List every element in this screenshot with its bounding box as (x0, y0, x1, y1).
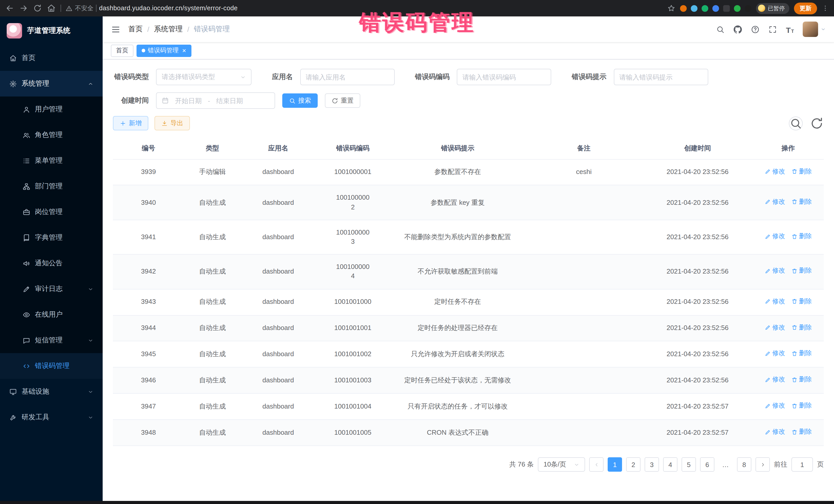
delete-link[interactable]: 删除 (791, 297, 812, 306)
sidebar-item-sms[interactable]: 短信管理 (0, 327, 103, 353)
pager-page-4[interactable]: 4 (663, 457, 678, 472)
browser-back-button[interactable] (5, 4, 14, 13)
sidebar-item-audit-log[interactable]: 审计日志 (0, 276, 103, 302)
edit-link[interactable]: 修改 (765, 267, 785, 276)
page-size-select[interactable]: 10条/页 (538, 457, 585, 472)
cell-memo (525, 341, 642, 368)
sidebar-item-error-code[interactable]: 错误码管理 (0, 353, 103, 379)
fullscreen-icon[interactable] (769, 25, 777, 34)
date-range-picker[interactable]: - (156, 92, 275, 109)
browser-update-button[interactable]: 更新 (794, 2, 817, 14)
edit-link[interactable]: 修改 (765, 349, 785, 358)
delete-link[interactable]: 删除 (791, 349, 812, 358)
cell-code: 1001001000 (315, 289, 390, 315)
delete-link[interactable]: 删除 (791, 232, 812, 241)
pager-ellipsis[interactable]: … (719, 457, 733, 472)
delete-link[interactable]: 删除 (791, 375, 812, 385)
edit-link[interactable]: 修改 (765, 297, 785, 306)
search-icon[interactable] (716, 25, 725, 34)
delete-link[interactable]: 删除 (791, 428, 812, 437)
sidebar-item-post[interactable]: 岗位管理 (0, 199, 103, 225)
extension-icon-5[interactable] (723, 5, 730, 12)
extension-icons (680, 5, 751, 12)
delete-link[interactable]: 删除 (791, 267, 812, 276)
edit-link[interactable]: 修改 (765, 323, 785, 332)
extension-icon-3[interactable] (702, 5, 708, 12)
extension-icon-1[interactable] (680, 5, 687, 12)
sidebar-item-menu[interactable]: 菜单管理 (0, 148, 103, 174)
pager-page-2[interactable]: 2 (626, 457, 640, 472)
goto-page-input[interactable] (791, 457, 813, 472)
error-code-input[interactable] (462, 73, 546, 81)
delete-link[interactable]: 删除 (791, 167, 812, 176)
bookmark-star-icon[interactable] (667, 4, 675, 12)
add-button[interactable]: 新增 (113, 116, 148, 130)
trash-icon (791, 199, 797, 205)
browser-reload-button[interactable] (33, 4, 42, 13)
sidebar-item-home[interactable]: 首页 (0, 45, 103, 71)
sidebar-item-system[interactable]: 系统管理 (0, 71, 103, 96)
help-icon[interactable] (751, 25, 760, 34)
breadcrumb-item[interactable]: 系统管理 (154, 25, 183, 34)
browser-forward-button[interactable] (19, 4, 28, 13)
pager-prev-button[interactable] (589, 457, 603, 472)
export-button[interactable]: 导出 (154, 116, 190, 130)
tab-error-code[interactable]: 错误码管理× (136, 44, 191, 57)
refresh-table-button[interactable] (810, 116, 824, 130)
toggle-search-button[interactable] (789, 116, 803, 130)
error-hint-input[interactable] (619, 73, 702, 81)
pager-page-8[interactable]: 8 (737, 457, 751, 472)
sidebar-item-infra[interactable]: 基础设施 (0, 379, 103, 404)
delete-link[interactable]: 删除 (791, 401, 812, 411)
breadcrumb-item[interactable]: 首页 (128, 25, 143, 34)
font-size-icon[interactable]: TT (786, 25, 794, 34)
tab-home[interactable]: 首页 (111, 44, 133, 57)
user-menu[interactable] (803, 22, 826, 37)
edit-link[interactable]: 修改 (765, 167, 785, 176)
pager-next-button[interactable] (755, 457, 770, 472)
extension-icon-2[interactable] (691, 5, 698, 12)
sidebar-item-dict[interactable]: 字典管理 (0, 225, 103, 250)
sidebar-item-dept[interactable]: 部门管理 (0, 174, 103, 199)
pager-page-3[interactable]: 3 (644, 457, 659, 472)
start-date-input[interactable] (172, 97, 204, 105)
extension-icon-4[interactable] (712, 5, 719, 12)
breadcrumb-item[interactable]: 错误码管理 (194, 25, 230, 34)
reset-button[interactable]: 重置 (325, 93, 360, 108)
sidebar-item-user[interactable]: 用户管理 (0, 96, 103, 122)
github-icon[interactable] (734, 25, 742, 34)
browser-menu-icon[interactable] (822, 5, 829, 12)
cell-time: 2021-04-20 23:52:56 (642, 220, 753, 255)
delete-link[interactable]: 删除 (791, 323, 812, 332)
sidebar-item-dev-tool[interactable]: 研发工具 (0, 404, 103, 430)
edit-link[interactable]: 修改 (765, 375, 785, 385)
app-name-input[interactable] (306, 73, 389, 81)
delete-link[interactable]: 删除 (791, 197, 812, 206)
edit-link[interactable]: 修改 (765, 197, 785, 206)
sidebar-item-notice[interactable]: 通知公告 (0, 250, 103, 276)
error-type-select[interactable]: 请选择错误码类型 (156, 69, 251, 85)
close-icon[interactable]: × (182, 47, 186, 54)
browser-home-button[interactable] (47, 4, 56, 13)
extension-icon-6[interactable] (734, 5, 741, 12)
profile-paused-badge[interactable]: 已暂停 (756, 3, 789, 14)
address-bar[interactable]: 不安全 dashboard.yudao.iocoder.cn/system/er… (66, 4, 238, 13)
sidebar-item-role[interactable]: 角色管理 (0, 122, 103, 148)
edit-link[interactable]: 修改 (765, 401, 785, 411)
edit-link[interactable]: 修改 (765, 428, 785, 437)
pager-page-5[interactable]: 5 (682, 457, 696, 472)
edit-icon (765, 268, 771, 274)
pager-page-1[interactable]: 1 (608, 457, 622, 472)
plus-icon (119, 120, 126, 127)
pager-page-6[interactable]: 6 (700, 457, 715, 472)
sidebar-item-online-user[interactable]: 在线用户 (0, 302, 103, 327)
extension-icon-7[interactable] (745, 5, 751, 12)
hamburger-icon[interactable] (111, 24, 120, 34)
goto-unit: 页 (817, 460, 824, 469)
table-header-row: 编号类型应用名错误码编码错误码提示备注创建时间操作 (113, 137, 824, 159)
search-button[interactable]: 搜索 (282, 93, 318, 108)
end-date-input[interactable] (214, 97, 246, 105)
app-logo[interactable]: 芋道管理系统 (0, 17, 103, 45)
edit-link[interactable]: 修改 (765, 232, 785, 241)
cell-memo (525, 254, 642, 289)
